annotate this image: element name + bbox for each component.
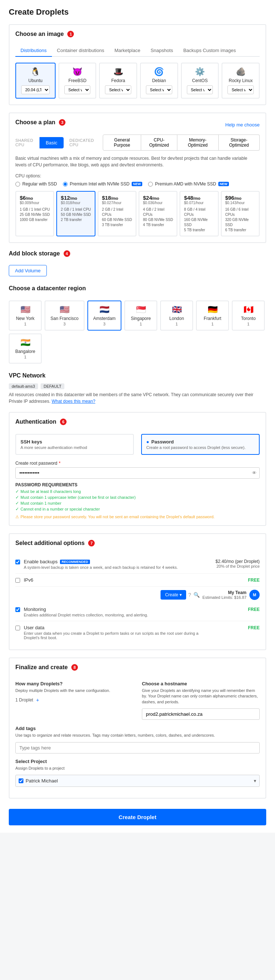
pwd-req-special: ✓ Cannot end in a number or special char… <box>15 506 260 512</box>
dc-frankfurt[interactable]: 🇩🇪 Frankfurt 1 <box>196 301 229 331</box>
plan-section: Choose a plan 3 Help me choose SHARED CP… <box>9 113 266 243</box>
image-section: Choose an image 1 Distributions Containe… <box>9 24 266 105</box>
amsterdam-count: 3 <box>93 322 115 326</box>
sf-count: 3 <box>51 322 79 326</box>
bangalore-flag: 🇮🇳 <box>15 338 36 347</box>
tab-distributions[interactable]: Distributions <box>15 45 52 57</box>
pwd-desc: Create a root password to access Droplet… <box>146 445 254 450</box>
plan-6[interactable]: $6/mo $0.009/hour 1 GB / 1 Intel CPU 25 … <box>15 191 54 236</box>
toronto-flag: 🇨🇦 <box>238 305 259 315</box>
tab-marketplace[interactable]: Marketplace <box>109 45 145 57</box>
check-icon-4: ✓ <box>15 506 19 512</box>
price-48-hr: $0.071/hour <box>184 201 214 205</box>
hostname-input[interactable] <box>142 708 260 720</box>
memory-optimized-btn[interactable]: Memory-Optimized <box>177 135 219 151</box>
question-icon: ? <box>188 592 191 598</box>
warning-icon: ⚠ <box>15 515 19 519</box>
tab-container[interactable]: Container distributions <box>52 45 109 57</box>
check-icon-2: ✓ <box>15 495 19 500</box>
centos-version-select[interactable]: Select version <box>187 85 213 94</box>
backups-content: Enable backups RECOMMENDED A system-leve… <box>24 559 212 570</box>
finalize-hostname-col: Choose a hostname Give your Droplets an … <box>142 681 260 720</box>
add-volume-button[interactable]: Add Volume <box>9 265 47 276</box>
backups-checkbox[interactable] <box>15 560 20 565</box>
distro-rocky[interactable]: 🪨 Rocky Linux Select version <box>221 63 260 99</box>
london-name: London <box>166 316 187 321</box>
plan-18[interactable]: $18/mo $0.027/hour 2 GB / 2 Intel CPUs 6… <box>98 191 136 236</box>
backups-price-main: $2.40/mo (per Droplet) <box>215 559 260 564</box>
dc-newyork[interactable]: 🇺🇸 New York 1 <box>9 301 42 331</box>
centos-icon: ⚙️ <box>187 67 213 76</box>
price-18-main: $18/mo <box>102 195 132 201</box>
plan-48[interactable]: $48/mo $0.071/hour 8 GB / 4 Intel CPUs 1… <box>180 191 218 236</box>
cpu-intel-radio[interactable] <box>63 182 68 186</box>
ssh-option[interactable]: SSH keys A more secure authentication me… <box>15 434 134 455</box>
ubuntu-version-select[interactable]: 20.04 (LTS) x64 <box>21 85 50 94</box>
cpu-premium-amd[interactable]: Premium AMD with NVMe SSD NEW <box>148 181 229 186</box>
price-12-specs: 2 GB / 1 Intel CPU 50 GB NVMe SSD 2 TB t… <box>61 207 91 223</box>
create-small-button[interactable]: Create ▾ <box>161 590 186 600</box>
distro-fedora[interactable]: 🎩 Fedora Select version <box>99 63 137 99</box>
userdata-title: User data <box>24 625 212 630</box>
dc-singapore[interactable]: 🇸🇬 Singapore 1 <box>124 301 157 331</box>
dc-amsterdam[interactable]: 🇳🇱 Amsterdam 3 <box>87 301 122 331</box>
cpu-amd-radio[interactable] <box>148 182 153 186</box>
tab-backups[interactable]: Backups Custom images <box>178 45 241 57</box>
distro-freebsd[interactable]: 😈 FreeBSD Select version <box>58 63 96 99</box>
pwd-req-number: ✓ Must contain 1 number <box>15 501 260 506</box>
cpu-regular-radio[interactable] <box>15 182 20 186</box>
general-purpose-btn[interactable]: General Purpose <box>103 135 141 151</box>
debian-icon: 🌀 <box>146 67 172 76</box>
vpc-what-link[interactable]: What does this mean? <box>52 399 95 404</box>
pwd-req-title: PASSWORD REQUIREMENTS <box>15 482 260 487</box>
freebsd-version-select[interactable]: Select version <box>64 85 91 94</box>
plan-96[interactable]: $96/mo $0.143/hour 16 GB / 6 Intel CPUs … <box>221 191 260 236</box>
tags-title: Add tags <box>15 725 260 731</box>
team-avatar: M <box>250 590 260 600</box>
price-96-main: $96/mo <box>225 195 255 201</box>
distro-ubuntu[interactable]: 🐧 Ubuntu 20.04 (LTS) x64 <box>15 63 55 99</box>
datacenter-section: Choose a datacenter region 🇺🇸 New York 1… <box>9 285 266 364</box>
help-me-choose-link[interactable]: Help me choose <box>225 122 260 127</box>
dc-sanfrancisco[interactable]: 🇺🇸 San Francisco 3 <box>44 301 84 331</box>
amsterdam-flag: 🇳🇱 <box>93 305 115 315</box>
project-name: Patrick Michael <box>25 778 58 784</box>
project-checkbox[interactable] <box>19 778 24 783</box>
plan-12[interactable]: $12/mo $0.018/hour 2 GB / 1 Intel CPU 50… <box>56 191 95 236</box>
monitoring-checkbox[interactable] <box>15 607 20 612</box>
userdata-checkbox[interactable] <box>15 625 20 630</box>
storage-optimized-btn[interactable]: Storage-Optimized <box>219 135 260 151</box>
debian-label: Debian <box>146 78 172 83</box>
tags-input[interactable] <box>15 742 260 754</box>
password-input[interactable] <box>15 467 260 479</box>
eye-icon[interactable]: 👁 <box>252 470 257 476</box>
increment-arrow[interactable]: + <box>36 697 39 703</box>
london-flag: 🇬🇧 <box>166 305 187 315</box>
ipv6-checkbox[interactable] <box>15 578 20 583</box>
newyork-name: New York <box>15 316 36 321</box>
annotation-6: 7 <box>88 540 95 546</box>
tab-snapshots[interactable]: Snapshots <box>145 45 178 57</box>
distro-debian[interactable]: 🌀 Debian Select version <box>140 63 178 99</box>
backups-price-sub: 20% of the Droplet price <box>215 564 260 568</box>
project-section: Select Project Assign Droplets to a proj… <box>15 759 260 787</box>
team-balance: Estimated Limits: $16.87 <box>202 595 247 600</box>
basic-plan-btn[interactable]: Basic <box>40 137 64 148</box>
how-many-desc: Deploy multiple Droplets with the same c… <box>15 688 133 694</box>
dc-toronto[interactable]: 🇨🇦 Toronto 1 <box>232 301 265 331</box>
plan-24[interactable]: $24/mo $0.036/hour 4 GB / 2 Intel CPUs 8… <box>139 191 177 236</box>
amd-new-badge: NEW <box>218 182 229 186</box>
cpu-premium-intel[interactable]: Premium Intel with NVMe SSD NEW <box>63 181 142 186</box>
fedora-version-select[interactable]: Select version <box>105 85 131 94</box>
plan-description: Basic virtual machines with a mix of mem… <box>15 155 260 168</box>
debian-version-select[interactable]: Select version <box>146 85 172 94</box>
create-droplet-button[interactable]: Create Droplet <box>9 809 266 825</box>
password-option[interactable]: ● Password Create a root password to acc… <box>141 434 260 455</box>
cpu-regular[interactable]: Regular with SSD <box>15 181 57 186</box>
dc-bangalore[interactable]: 🇮🇳 Bangalore 1 <box>9 334 42 364</box>
backups-title: Enable backups RECOMMENDED <box>24 559 212 565</box>
cpu-optimized-btn[interactable]: CPU-Optimized <box>141 135 177 151</box>
distro-centos[interactable]: ⚙️ CentOS Select version <box>181 63 219 99</box>
dc-london[interactable]: 🇬🇧 London 1 <box>160 301 193 331</box>
rocky-version-select[interactable]: Select version <box>228 85 254 94</box>
